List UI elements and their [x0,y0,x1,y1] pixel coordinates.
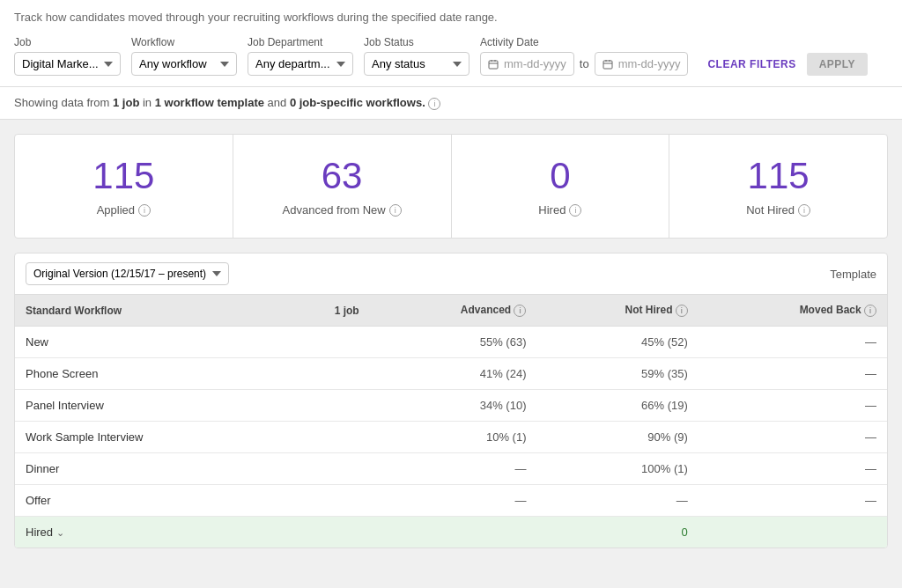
workflow-table-container: Original Version (12/15/17 – present) Te… [14,253,888,548]
hired-info-icon[interactable]: i [569,204,581,217]
moved-back-col-info-icon[interactable]: i [864,305,876,317]
metric-advanced-label: Advanced from New i [251,203,433,217]
cell-jobs [282,390,370,422]
date-from-input[interactable]: mm-dd-yyyy [480,52,574,76]
cell-stage: Work Sample Interview [15,422,282,453]
cell-not-hired: 100% (1) [536,453,698,485]
cell-advanced: — [370,453,537,485]
department-filter-group: Job Department Any departm... [248,36,353,76]
cell-stage: Dinner [15,453,282,485]
table-row: New 55% (63) 45% (52) — [15,327,887,358]
cell-stage: Panel Interview [15,390,282,422]
cell-moved-back: — [699,358,887,390]
cell-hired-advanced [370,517,537,548]
table-row: Panel Interview 34% (10) 66% (19) — [15,390,887,422]
cell-stage: Offer [15,485,282,517]
not-hired-info-icon[interactable]: i [798,204,810,217]
info-icon[interactable]: i [428,98,440,110]
svg-rect-4 [603,61,612,69]
hired-chevron-icon[interactable]: ⌄ [56,527,64,539]
cell-jobs [282,485,370,517]
cell-hired-moved-back [699,517,887,548]
info-text-mid: in [139,96,154,109]
metric-applied: 115 Applied i [15,135,233,238]
metric-hired: 0 Hired i [452,135,670,238]
apply-filters-button[interactable]: APPLY [807,53,868,76]
cell-jobs [282,453,370,485]
status-filter-select[interactable]: Any status [364,52,469,76]
applied-info-icon[interactable]: i [138,204,151,217]
activity-date-label: Activity Date [480,36,688,48]
date-to-label: to [580,57,589,70]
metric-advanced: 63 Advanced from New i [233,135,452,238]
info-bar: Showing data from 1 job in 1 workflow te… [0,87,902,120]
col-standard-workflow: Standard Workflow [15,295,282,327]
cell-stage: Phone Screen [15,358,282,390]
cell-not-hired: 45% (52) [536,327,698,358]
cell-not-hired: — [536,485,698,517]
cell-stage: New [15,327,282,358]
table-header-bar: Original Version (12/15/17 – present) Te… [15,254,887,295]
workflow-filter-select[interactable]: Any workflow [131,52,237,76]
workflow-table: Standard Workflow 1 job Advanced i Not H… [15,295,887,548]
status-filter-group: Job Status Any status [364,36,469,76]
cell-hired-not-hired: 0 [536,517,698,548]
status-filter-label: Job Status [364,36,469,48]
info-text-end: and [264,96,290,109]
info-jobs: 1 job [113,96,139,109]
version-select[interactable]: Original Version (12/15/17 – present) [26,262,229,285]
cell-advanced: 41% (24) [370,358,537,390]
job-filter-select[interactable]: Digital Marke... [14,52,121,76]
cell-advanced: 34% (10) [370,390,537,422]
workflow-filter-label: Workflow [131,36,237,48]
date-from-placeholder: mm-dd-yyyy [504,57,566,70]
cell-not-hired: 90% (9) [536,422,698,453]
cell-jobs [282,327,370,358]
calendar-icon-from [488,59,499,70]
job-filter-label: Job [14,36,121,48]
metric-not-hired: 115 Not Hired i [669,135,887,238]
advanced-info-icon[interactable]: i [389,204,402,217]
metric-hired-value: 0 [469,156,652,196]
cell-moved-back: — [699,422,887,453]
info-specific: 0 job-specific workflows. [290,96,425,109]
table-row: Offer — — — [15,485,887,517]
advanced-col-info-icon[interactable]: i [514,305,526,317]
metric-advanced-value: 63 [251,156,433,196]
metric-hired-label: Hired i [469,203,652,217]
metric-not-hired-label: Not Hired i [687,203,869,217]
cell-hired-stage: Hired ⌄ [15,517,282,548]
not-hired-col-info-icon[interactable]: i [676,305,688,317]
svg-rect-0 [489,61,498,69]
filter-actions: CLEAR FILTERS APPLY [706,53,868,76]
col-advanced: Advanced i [370,295,537,327]
col-moved-back: Moved Back i [699,295,887,327]
department-filter-select[interactable]: Any departm... [248,52,353,76]
activity-date-filter: Activity Date mm-dd-yyyy to [480,36,688,76]
cell-moved-back: — [699,485,887,517]
template-label: Template [830,268,876,281]
cell-jobs [282,422,370,453]
info-text-pre: Showing data from [14,96,113,109]
workflow-filter-group: Workflow Any workflow [131,36,237,76]
col-not-hired: Not Hired i [536,295,698,327]
table-row: Dinner — 100% (1) — [15,453,887,485]
date-to-input[interactable]: mm-dd-yyyy [595,52,689,76]
metrics-row: 115 Applied i 63 Advanced from New i 0 H… [14,134,888,239]
hired-row: Hired ⌄ 0 [15,517,887,548]
department-filter-label: Job Department [248,36,353,48]
cell-advanced: 10% (1) [370,422,537,453]
cell-not-hired: 66% (19) [536,390,698,422]
date-to-placeholder: mm-dd-yyyy [618,57,681,70]
clear-filters-button[interactable]: CLEAR FILTERS [706,53,797,76]
cell-advanced: — [370,485,537,517]
cell-advanced: 55% (63) [370,327,537,358]
metric-applied-value: 115 [33,156,215,196]
table-row: Work Sample Interview 10% (1) 90% (9) — [15,422,887,453]
col-jobs: 1 job [282,295,370,327]
job-filter-group: Job Digital Marke... [14,36,121,76]
table-header-row: Standard Workflow 1 job Advanced i Not H… [15,295,887,327]
metric-applied-label: Applied i [33,203,215,217]
info-workflows: 1 workflow template [155,96,264,109]
cell-moved-back: — [699,327,887,358]
